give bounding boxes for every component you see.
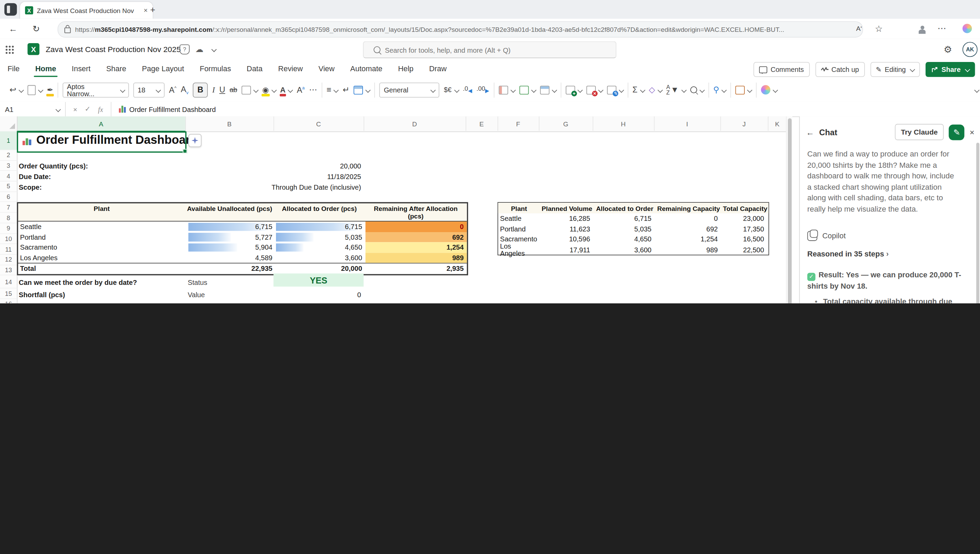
browser-tab[interactable]: X Zava West Coast Production Nov × — [20, 2, 153, 19]
select-all-corner[interactable] — [0, 116, 18, 131]
column-header-A[interactable]: A — [17, 116, 186, 132]
allocation-row-los-angeles[interactable]: Los Angeles4,5893,600989 — [18, 252, 467, 263]
name-box[interactable]: A1 — [0, 102, 66, 116]
insert-function-icon[interactable]: fx — [98, 105, 103, 113]
row-header-3[interactable]: 3 — [0, 161, 18, 171]
italic-button[interactable]: I — [212, 86, 215, 94]
refresh-icon[interactable]: ↻ — [33, 24, 40, 33]
sensitivity-button[interactable]: ⚲ — [713, 86, 726, 94]
column-header-E[interactable]: E — [466, 116, 498, 131]
addins-button[interactable] — [735, 85, 752, 94]
row-header-1[interactable]: 1 — [0, 132, 18, 150]
address-bar[interactable]: https://m365cpi10487598-my.sharepoint.co… — [57, 21, 863, 38]
conditional-formatting-button[interactable] — [499, 85, 515, 94]
row-header-15[interactable]: 15 — [0, 289, 18, 299]
row-header-4[interactable]: 4 — [0, 171, 18, 181]
cell-status-value[interactable]: YES — [274, 274, 364, 287]
menu-tab-file[interactable]: File — [6, 60, 21, 77]
font-name-select[interactable]: Aptos Narrow... — [63, 82, 129, 97]
cell-styles-button[interactable] — [540, 85, 557, 94]
menu-tab-data[interactable]: Data — [245, 60, 264, 77]
font-overflow-icon[interactable]: ⋯ — [309, 86, 317, 94]
back-icon[interactable]: ← — [9, 24, 18, 33]
browser-settings-icon[interactable]: ⋯ — [937, 23, 947, 33]
comments-button[interactable]: Comments — [754, 62, 810, 77]
borders-button[interactable] — [242, 85, 258, 94]
wrap-text-icon[interactable]: ↵ — [342, 86, 349, 94]
capacity-row-los-angeles[interactable]: Los Angeles17,9113,60098922,500 — [498, 245, 769, 255]
allocation-table[interactable]: PlantAvailable Unallocated (pcs)Allocate… — [17, 202, 468, 275]
column-header-H[interactable]: H — [593, 116, 655, 131]
chat-back-icon[interactable]: ← — [806, 127, 814, 137]
capacity-row-portland[interactable]: Portland11,6235,03569217,350 — [498, 224, 769, 234]
account-avatar[interactable]: AK — [963, 42, 978, 57]
capacity-row-seattle[interactable]: Seattle16,2856,715023,000 — [498, 213, 769, 224]
underline-button[interactable]: U — [219, 86, 225, 94]
new-chat-button[interactable]: ✎ — [949, 124, 964, 140]
autosum-button[interactable]: Σ — [632, 86, 644, 94]
privacy-shield-icon[interactable]: ? — [180, 45, 190, 54]
cell-scope-label[interactable]: Scope: — [19, 183, 42, 191]
font-color-button[interactable]: A — [280, 85, 293, 94]
vertical-scrollbar[interactable] — [786, 116, 792, 303]
undo-button[interactable]: ↩ — [9, 86, 23, 94]
app-launcher-icon[interactable] — [5, 46, 14, 54]
column-header-D[interactable]: D — [364, 116, 466, 131]
cell-question[interactable]: Can we meet the order by due date? — [19, 279, 137, 286]
cell-scope-value[interactable]: Through Due Date (inclusive) — [238, 183, 361, 191]
grow-font-icon[interactable]: A^ — [169, 86, 177, 94]
bold-button[interactable]: B — [193, 82, 208, 97]
row-header-10[interactable]: 10 — [0, 234, 18, 244]
reasoned-steps-toggle[interactable]: Reasoned in 35 steps › — [807, 250, 889, 258]
edge-workspaces-icon[interactable] — [5, 3, 17, 16]
cell-due-date-label[interactable]: Due Date: — [19, 173, 51, 180]
row-header-6[interactable]: 6 — [0, 192, 18, 202]
menu-tab-insert[interactable]: Insert — [70, 60, 92, 77]
column-header-F[interactable]: F — [498, 116, 539, 131]
tab-close-icon[interactable]: × — [144, 7, 148, 14]
decrease-decimal-icon[interactable]: .0◀ — [463, 86, 472, 94]
chat-close-icon[interactable]: × — [970, 127, 975, 137]
strikethrough-button[interactable]: ab — [229, 86, 237, 93]
browser-copilot-icon[interactable] — [963, 24, 972, 33]
column-headers[interactable]: ABCDEFGHIJK — [0, 116, 792, 132]
catch-up-button[interactable]: Catch up — [815, 62, 865, 77]
menu-tab-share[interactable]: Share — [105, 60, 127, 77]
format-cells-button[interactable]: ✎ — [607, 85, 623, 94]
cell-shortfall-label[interactable]: Shortfall (pcs) — [19, 291, 65, 299]
column-header-C[interactable]: C — [274, 116, 364, 131]
row-header-2[interactable]: 2 — [0, 150, 18, 161]
excel-app-icon[interactable]: X — [27, 43, 40, 55]
allocation-total-row[interactable]: Total22,93520,0002,935 — [18, 263, 467, 274]
paste-button[interactable] — [27, 85, 43, 95]
row-header-14[interactable]: 14 — [0, 275, 18, 289]
menu-tab-help[interactable]: Help — [397, 60, 415, 77]
settings-gear-icon[interactable]: ⚙ — [944, 44, 952, 55]
new-tab-button[interactable]: + — [150, 5, 156, 14]
ribbon-copilot-button[interactable] — [761, 85, 778, 94]
row-header-9[interactable]: 9 — [0, 223, 18, 234]
collapse-ribbon-icon[interactable] — [974, 87, 980, 93]
save-status-chevron-icon[interactable] — [211, 47, 217, 53]
menu-tab-view[interactable]: View — [317, 60, 336, 77]
save-status-cloud-icon[interactable]: ☁ — [195, 45, 204, 54]
cell-order-qty-value[interactable]: 20,000 — [274, 162, 361, 169]
cell-value-label[interactable]: Value — [188, 291, 205, 299]
allocation-row-portland[interactable]: Portland5,7275,035692 — [18, 232, 467, 242]
cell-due-date-value[interactable]: 11/18/2025 — [274, 173, 361, 180]
column-header-B[interactable]: B — [185, 116, 274, 131]
more-font-options-icon[interactable]: Aa — [297, 86, 305, 94]
menu-tab-formulas[interactable]: Formulas — [199, 60, 232, 77]
favorites-star-icon[interactable]: ☆ — [875, 24, 883, 33]
share-button[interactable]: Share — [926, 62, 975, 77]
menu-tab-page-layout[interactable]: Page Layout — [141, 60, 185, 77]
row-header-7[interactable]: 7 — [0, 202, 18, 213]
chat-scrollbar-thumb[interactable] — [976, 143, 979, 303]
row-header-5[interactable]: 5 — [0, 181, 18, 192]
delete-cells-button[interactable]: × — [586, 85, 603, 94]
format-painter-icon[interactable]: ✒ — [47, 85, 53, 94]
cancel-entry-icon[interactable]: × — [73, 105, 77, 113]
currency-format-button[interactable]: $€ — [444, 86, 458, 93]
merge-center-button[interactable] — [354, 85, 370, 94]
find-button[interactable] — [690, 86, 704, 93]
